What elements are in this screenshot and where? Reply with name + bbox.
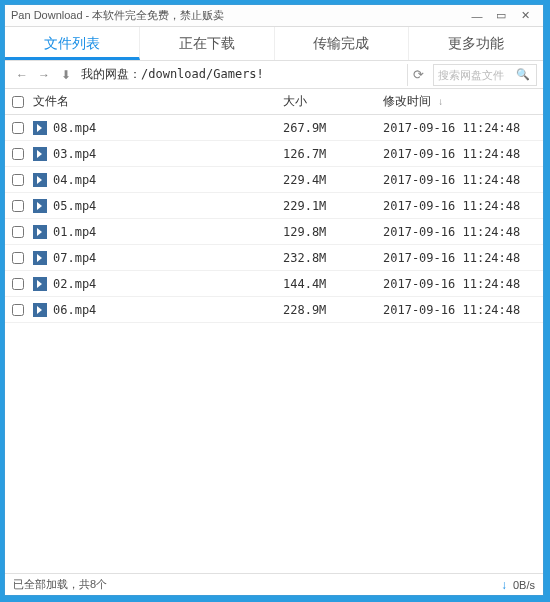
- table-row[interactable]: 07.mp4232.8M2017-09-16 11:24:48: [5, 245, 543, 271]
- toolbar: ← → ⬇ 我的网盘：/download/Gamers! ⟳ 🔍: [5, 61, 543, 89]
- path-value: /download/Gamers!: [141, 67, 264, 81]
- window-title: Pan Download - 本软件完全免费，禁止贩卖: [11, 8, 465, 23]
- file-name: 07.mp4: [53, 251, 96, 265]
- table-row[interactable]: 02.mp4144.4M2017-09-16 11:24:48: [5, 271, 543, 297]
- file-name-cell: 05.mp4: [31, 199, 283, 213]
- tab-label: 文件列表: [44, 35, 100, 53]
- file-name: 01.mp4: [53, 225, 96, 239]
- search-box: 🔍: [433, 64, 537, 86]
- file-mtime: 2017-09-16 11:24:48: [383, 251, 543, 265]
- file-name-cell: 01.mp4: [31, 225, 283, 239]
- video-file-icon: [33, 199, 47, 213]
- row-checkbox[interactable]: [12, 304, 24, 316]
- path-prefix: 我的网盘：: [81, 67, 141, 81]
- file-name: 06.mp4: [53, 303, 96, 317]
- file-mtime: 2017-09-16 11:24:48: [383, 277, 543, 291]
- search-icon[interactable]: 🔍: [514, 68, 532, 81]
- status-loaded: 已全部加载，共8个: [13, 577, 501, 592]
- row-checkbox[interactable]: [12, 200, 24, 212]
- file-size: 229.4M: [283, 173, 383, 187]
- search-input[interactable]: [434, 69, 514, 81]
- file-mtime: 2017-09-16 11:24:48: [383, 173, 543, 187]
- table-row[interactable]: 05.mp4229.1M2017-09-16 11:24:48: [5, 193, 543, 219]
- row-checkbox-cell: [5, 174, 31, 186]
- tab-file-list[interactable]: 文件列表: [5, 27, 140, 60]
- file-size: 232.8M: [283, 251, 383, 265]
- refresh-button[interactable]: ⟳: [407, 64, 429, 86]
- select-all-checkbox[interactable]: [12, 96, 24, 108]
- file-size: 129.8M: [283, 225, 383, 239]
- table-row[interactable]: 03.mp4126.7M2017-09-16 11:24:48: [5, 141, 543, 167]
- file-name-cell: 04.mp4: [31, 173, 283, 187]
- file-list: 08.mp4267.9M2017-09-16 11:24:4803.mp4126…: [5, 115, 543, 573]
- download-button[interactable]: ⬇: [55, 64, 77, 86]
- row-checkbox[interactable]: [12, 278, 24, 290]
- video-file-icon: [33, 277, 47, 291]
- status-speed: 0B/s: [513, 579, 535, 591]
- file-name: 08.mp4: [53, 121, 96, 135]
- table-row[interactable]: 08.mp4267.9M2017-09-16 11:24:48: [5, 115, 543, 141]
- video-file-icon: [33, 147, 47, 161]
- tab-more[interactable]: 更多功能: [409, 27, 543, 60]
- row-checkbox[interactable]: [12, 226, 24, 238]
- file-name: 04.mp4: [53, 173, 96, 187]
- file-name-cell: 07.mp4: [31, 251, 283, 265]
- column-name[interactable]: 文件名: [31, 93, 283, 110]
- row-checkbox-cell: [5, 226, 31, 238]
- file-size: 126.7M: [283, 147, 383, 161]
- file-size: 229.1M: [283, 199, 383, 213]
- file-name: 03.mp4: [53, 147, 96, 161]
- row-checkbox-cell: [5, 252, 31, 264]
- file-name: 05.mp4: [53, 199, 96, 213]
- video-file-icon: [33, 173, 47, 187]
- file-name-cell: 08.mp4: [31, 121, 283, 135]
- file-name-cell: 02.mp4: [31, 277, 283, 291]
- tab-label: 传输完成: [313, 35, 369, 53]
- video-file-icon: [33, 251, 47, 265]
- file-size: 144.4M: [283, 277, 383, 291]
- file-mtime: 2017-09-16 11:24:48: [383, 147, 543, 161]
- row-checkbox-cell: [5, 148, 31, 160]
- table-row[interactable]: 06.mp4228.9M2017-09-16 11:24:48: [5, 297, 543, 323]
- file-mtime: 2017-09-16 11:24:48: [383, 303, 543, 317]
- forward-button[interactable]: →: [33, 64, 55, 86]
- tab-completed[interactable]: 传输完成: [275, 27, 410, 60]
- close-button[interactable]: ✕: [513, 9, 537, 22]
- tab-label: 更多功能: [448, 35, 504, 53]
- row-checkbox-cell: [5, 122, 31, 134]
- file-mtime: 2017-09-16 11:24:48: [383, 199, 543, 213]
- file-mtime: 2017-09-16 11:24:48: [383, 121, 543, 135]
- column-size[interactable]: 大小: [283, 93, 383, 110]
- row-checkbox[interactable]: [12, 252, 24, 264]
- file-size: 267.9M: [283, 121, 383, 135]
- row-checkbox[interactable]: [12, 122, 24, 134]
- row-checkbox[interactable]: [12, 174, 24, 186]
- tab-bar: 文件列表 正在下载 传输完成 更多功能: [5, 27, 543, 61]
- table-row[interactable]: 01.mp4129.8M2017-09-16 11:24:48: [5, 219, 543, 245]
- back-button[interactable]: ←: [11, 64, 33, 86]
- maximize-button[interactable]: ▭: [489, 9, 513, 22]
- column-mtime[interactable]: 修改时间 ↓: [383, 93, 543, 110]
- app-window: Pan Download - 本软件完全免费，禁止贩卖 — ▭ ✕ 文件列表 正…: [4, 4, 544, 596]
- row-checkbox-cell: [5, 200, 31, 212]
- table-row[interactable]: 04.mp4229.4M2017-09-16 11:24:48: [5, 167, 543, 193]
- tab-downloading[interactable]: 正在下载: [140, 27, 275, 60]
- row-checkbox-cell: [5, 278, 31, 290]
- sort-arrow-icon: ↓: [438, 96, 443, 107]
- select-all-cell: [5, 96, 31, 108]
- video-file-icon: [33, 121, 47, 135]
- video-file-icon: [33, 225, 47, 239]
- list-header: 文件名 大小 修改时间 ↓: [5, 89, 543, 115]
- file-name: 02.mp4: [53, 277, 96, 291]
- minimize-button[interactable]: —: [465, 10, 489, 22]
- tab-label: 正在下载: [179, 35, 235, 53]
- file-name-cell: 06.mp4: [31, 303, 283, 317]
- file-mtime: 2017-09-16 11:24:48: [383, 225, 543, 239]
- file-size: 228.9M: [283, 303, 383, 317]
- row-checkbox-cell: [5, 304, 31, 316]
- download-arrow-icon: ↓: [501, 578, 507, 592]
- status-bar: 已全部加载，共8个 ↓ 0B/s: [5, 573, 543, 595]
- path-display[interactable]: 我的网盘：/download/Gamers!: [77, 66, 407, 83]
- titlebar: Pan Download - 本软件完全免费，禁止贩卖 — ▭ ✕: [5, 5, 543, 27]
- row-checkbox[interactable]: [12, 148, 24, 160]
